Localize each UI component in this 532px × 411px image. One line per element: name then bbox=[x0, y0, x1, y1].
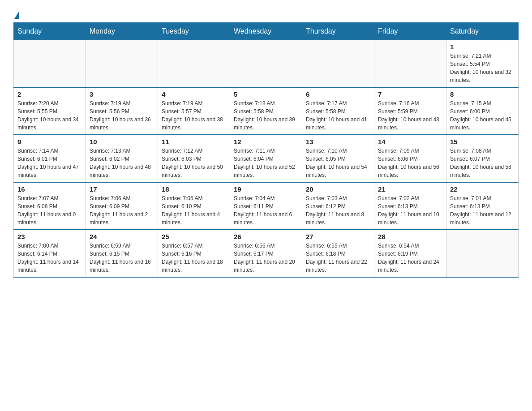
day-sun-info: Sunrise: 7:09 AMSunset: 6:06 PMDaylight:… bbox=[378, 147, 442, 179]
calendar-week-row: 9Sunrise: 7:14 AMSunset: 6:01 PMDaylight… bbox=[14, 135, 519, 182]
calendar-cell: 15Sunrise: 7:08 AMSunset: 6:07 PMDayligh… bbox=[446, 135, 519, 182]
calendar-cell bbox=[374, 40, 446, 88]
day-number: 1 bbox=[450, 43, 515, 51]
day-sun-info: Sunrise: 7:16 AMSunset: 5:59 PMDaylight:… bbox=[378, 99, 442, 132]
day-number: 23 bbox=[17, 233, 82, 240]
day-sun-info: Sunrise: 7:13 AMSunset: 6:02 PMDaylight:… bbox=[90, 147, 154, 179]
day-number: 26 bbox=[234, 233, 298, 240]
calendar-cell: 23Sunrise: 7:00 AMSunset: 6:14 PMDayligh… bbox=[14, 230, 86, 277]
day-sun-info: Sunrise: 7:07 AMSunset: 6:08 PMDaylight:… bbox=[17, 194, 82, 227]
day-number: 13 bbox=[306, 138, 370, 146]
logo bbox=[13, 9, 19, 18]
calendar-cell: 14Sunrise: 7:09 AMSunset: 6:06 PMDayligh… bbox=[374, 135, 446, 182]
weekday-header-row: SundayMondayTuesdayWednesdayThursdayFrid… bbox=[14, 23, 519, 40]
calendar-cell: 28Sunrise: 6:54 AMSunset: 6:19 PMDayligh… bbox=[374, 230, 446, 277]
calendar-week-row: 16Sunrise: 7:07 AMSunset: 6:08 PMDayligh… bbox=[14, 182, 519, 230]
calendar-cell: 8Sunrise: 7:15 AMSunset: 6:00 PMDaylight… bbox=[446, 87, 519, 135]
day-number: 10 bbox=[90, 138, 154, 146]
day-sun-info: Sunrise: 7:00 AMSunset: 6:14 PMDaylight:… bbox=[17, 242, 82, 274]
day-number: 22 bbox=[450, 185, 515, 193]
header-wednesday: Wednesday bbox=[230, 23, 302, 40]
calendar-cell: 12Sunrise: 7:11 AMSunset: 6:04 PMDayligh… bbox=[230, 135, 302, 182]
calendar-cell: 21Sunrise: 7:02 AMSunset: 6:13 PMDayligh… bbox=[374, 182, 446, 230]
day-sun-info: Sunrise: 7:11 AMSunset: 6:04 PMDaylight:… bbox=[234, 147, 298, 179]
calendar-cell: 9Sunrise: 7:14 AMSunset: 6:01 PMDaylight… bbox=[14, 135, 86, 182]
calendar-body: 1Sunrise: 7:21 AMSunset: 5:54 PMDaylight… bbox=[14, 40, 519, 278]
calendar-cell: 19Sunrise: 7:04 AMSunset: 6:11 PMDayligh… bbox=[230, 182, 302, 230]
header-monday: Monday bbox=[86, 23, 158, 40]
calendar-cell: 16Sunrise: 7:07 AMSunset: 6:08 PMDayligh… bbox=[14, 182, 86, 230]
day-sun-info: Sunrise: 7:03 AMSunset: 6:12 PMDaylight:… bbox=[306, 194, 370, 227]
calendar-cell: 5Sunrise: 7:18 AMSunset: 5:58 PMDaylight… bbox=[230, 87, 302, 135]
day-number: 7 bbox=[378, 90, 442, 98]
calendar-cell: 18Sunrise: 7:05 AMSunset: 6:10 PMDayligh… bbox=[158, 182, 230, 230]
day-sun-info: Sunrise: 7:19 AMSunset: 5:57 PMDaylight:… bbox=[162, 99, 226, 132]
day-sun-info: Sunrise: 6:54 AMSunset: 6:19 PMDaylight:… bbox=[378, 242, 442, 274]
day-number: 28 bbox=[378, 233, 442, 240]
day-sun-info: Sunrise: 7:15 AMSunset: 6:00 PMDaylight:… bbox=[450, 99, 515, 132]
calendar-header: SundayMondayTuesdayWednesdayThursdayFrid… bbox=[14, 23, 519, 40]
day-number: 17 bbox=[90, 185, 154, 193]
calendar-cell: 7Sunrise: 7:16 AMSunset: 5:59 PMDaylight… bbox=[374, 87, 446, 135]
day-number: 19 bbox=[234, 185, 298, 193]
day-number: 12 bbox=[234, 138, 298, 146]
calendar-table: SundayMondayTuesdayWednesdayThursdayFrid… bbox=[13, 22, 519, 278]
day-number: 6 bbox=[306, 90, 370, 98]
day-number: 4 bbox=[162, 90, 226, 98]
day-sun-info: Sunrise: 7:18 AMSunset: 5:58 PMDaylight:… bbox=[234, 99, 298, 132]
day-sun-info: Sunrise: 7:21 AMSunset: 5:54 PMDaylight:… bbox=[450, 52, 515, 84]
day-sun-info: Sunrise: 7:12 AMSunset: 6:03 PMDaylight:… bbox=[162, 147, 226, 179]
day-number: 8 bbox=[450, 90, 515, 98]
day-number: 3 bbox=[90, 90, 154, 98]
day-sun-info: Sunrise: 7:10 AMSunset: 6:05 PMDaylight:… bbox=[306, 147, 370, 179]
header-tuesday: Tuesday bbox=[158, 23, 230, 40]
day-sun-info: Sunrise: 7:08 AMSunset: 6:07 PMDaylight:… bbox=[450, 147, 515, 179]
day-sun-info: Sunrise: 7:02 AMSunset: 6:13 PMDaylight:… bbox=[378, 194, 442, 227]
calendar-cell: 20Sunrise: 7:03 AMSunset: 6:12 PMDayligh… bbox=[302, 182, 374, 230]
calendar-cell: 3Sunrise: 7:19 AMSunset: 5:56 PMDaylight… bbox=[86, 87, 158, 135]
header-friday: Friday bbox=[374, 23, 446, 40]
day-sun-info: Sunrise: 7:14 AMSunset: 6:01 PMDaylight:… bbox=[17, 147, 82, 179]
day-number: 20 bbox=[306, 185, 370, 193]
calendar-cell: 2Sunrise: 7:20 AMSunset: 5:55 PMDaylight… bbox=[14, 87, 86, 135]
calendar-week-row: 1Sunrise: 7:21 AMSunset: 5:54 PMDaylight… bbox=[14, 40, 519, 88]
calendar-week-row: 2Sunrise: 7:20 AMSunset: 5:55 PMDaylight… bbox=[14, 87, 519, 135]
day-sun-info: Sunrise: 6:56 AMSunset: 6:17 PMDaylight:… bbox=[234, 242, 298, 274]
calendar-cell: 13Sunrise: 7:10 AMSunset: 6:05 PMDayligh… bbox=[302, 135, 374, 182]
page-header bbox=[13, 9, 519, 18]
calendar-cell bbox=[158, 40, 230, 88]
calendar-cell bbox=[446, 230, 519, 277]
day-number: 11 bbox=[162, 138, 226, 146]
day-sun-info: Sunrise: 7:20 AMSunset: 5:55 PMDaylight:… bbox=[17, 99, 82, 132]
header-thursday: Thursday bbox=[302, 23, 374, 40]
day-sun-info: Sunrise: 7:05 AMSunset: 6:10 PMDaylight:… bbox=[162, 194, 226, 227]
day-number: 5 bbox=[234, 90, 298, 98]
calendar-cell bbox=[86, 40, 158, 88]
day-sun-info: Sunrise: 7:06 AMSunset: 6:09 PMDaylight:… bbox=[90, 194, 154, 227]
calendar-cell: 10Sunrise: 7:13 AMSunset: 6:02 PMDayligh… bbox=[86, 135, 158, 182]
day-sun-info: Sunrise: 7:19 AMSunset: 5:56 PMDaylight:… bbox=[90, 99, 154, 132]
calendar-cell: 24Sunrise: 6:59 AMSunset: 6:15 PMDayligh… bbox=[86, 230, 158, 277]
calendar-cell: 4Sunrise: 7:19 AMSunset: 5:57 PMDaylight… bbox=[158, 87, 230, 135]
calendar-week-row: 23Sunrise: 7:00 AMSunset: 6:14 PMDayligh… bbox=[14, 230, 519, 277]
day-number: 16 bbox=[17, 185, 82, 193]
day-sun-info: Sunrise: 7:17 AMSunset: 5:58 PMDaylight:… bbox=[306, 99, 370, 132]
day-sun-info: Sunrise: 7:04 AMSunset: 6:11 PMDaylight:… bbox=[234, 194, 298, 227]
day-number: 2 bbox=[17, 90, 82, 98]
calendar-cell bbox=[14, 40, 86, 88]
day-number: 27 bbox=[306, 233, 370, 240]
header-sunday: Sunday bbox=[14, 23, 86, 40]
day-number: 18 bbox=[162, 185, 226, 193]
calendar-cell: 25Sunrise: 6:57 AMSunset: 6:16 PMDayligh… bbox=[158, 230, 230, 277]
calendar-cell: 11Sunrise: 7:12 AMSunset: 6:03 PMDayligh… bbox=[158, 135, 230, 182]
calendar-cell bbox=[302, 40, 374, 88]
day-number: 24 bbox=[90, 233, 154, 240]
day-number: 25 bbox=[162, 233, 226, 240]
day-sun-info: Sunrise: 6:57 AMSunset: 6:16 PMDaylight:… bbox=[162, 242, 226, 274]
calendar-cell: 27Sunrise: 6:55 AMSunset: 6:18 PMDayligh… bbox=[302, 230, 374, 277]
day-sun-info: Sunrise: 6:59 AMSunset: 6:15 PMDaylight:… bbox=[90, 242, 154, 274]
day-number: 14 bbox=[378, 138, 442, 146]
day-number: 15 bbox=[450, 138, 515, 146]
day-number: 21 bbox=[378, 185, 442, 193]
calendar-cell: 6Sunrise: 7:17 AMSunset: 5:58 PMDaylight… bbox=[302, 87, 374, 135]
